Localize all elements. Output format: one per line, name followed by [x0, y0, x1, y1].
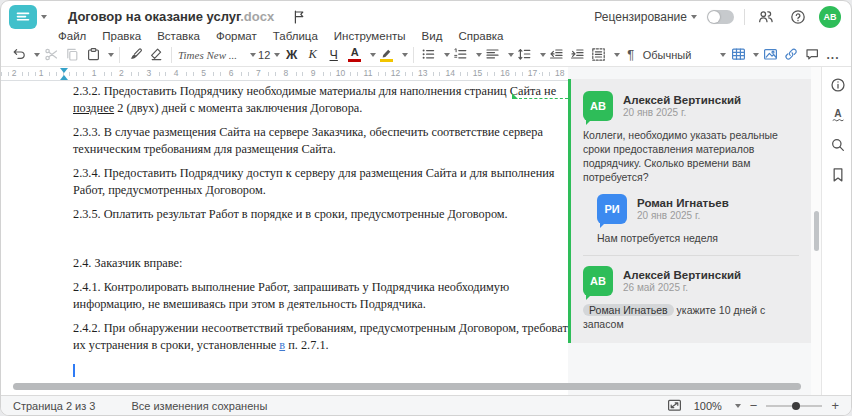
ruler-number: 1 [90, 68, 99, 79]
logo-menu-caret-icon[interactable] [41, 15, 47, 19]
spellcheck-icon[interactable]: А [828, 106, 848, 124]
more-button[interactable]: ... [823, 44, 843, 65]
paragraph[interactable]: 2.4. Заказчик вправе: [73, 255, 568, 272]
highlight-caret-icon[interactable] [402, 53, 408, 57]
font-name-select[interactable]: Times New ... [177, 44, 257, 65]
bookmark-icon[interactable] [828, 166, 848, 184]
document-content: 2.3.2. Предоставить Подрядчику необходим… [73, 83, 568, 378]
paste-caret-icon[interactable] [108, 53, 114, 57]
table-caret-icon[interactable] [753, 53, 759, 57]
paragraph[interactable]: 2.3.5. Оплатить результат Работ в порядк… [73, 206, 568, 223]
align-caret-icon[interactable] [508, 53, 514, 57]
text-cursor [73, 364, 75, 377]
font-size-select[interactable]: 12 [258, 44, 281, 65]
comment[interactable]: АВАлексей Вертинский20 янв 2025 г.Коллег… [583, 91, 799, 184]
image-button[interactable] [760, 44, 780, 65]
link-button[interactable] [781, 44, 801, 65]
comment-text: Нам потребуется неделя [597, 231, 799, 245]
zoom-out-button[interactable]: − [750, 399, 758, 412]
paragraph[interactable]: 2.3.4. Предоставить Подрядчику доступ к … [73, 165, 568, 198]
font-color-button[interactable]: А [345, 44, 365, 65]
line-spacing-caret-icon[interactable] [540, 53, 546, 57]
paragraph[interactable]: 2.4.1. Контролировать выполнение Работ, … [73, 279, 568, 312]
menu-item-Формат[interactable]: Формат [216, 30, 257, 42]
comment[interactable]: АВАлексей Вертинский26 май 2025 г.Роман … [583, 266, 799, 331]
left-indent-marker[interactable] [60, 75, 68, 80]
flag-icon[interactable] [288, 6, 310, 28]
comment-button[interactable] [802, 44, 822, 65]
copy-button[interactable] [62, 44, 82, 65]
comment-avatar: АВ [583, 266, 613, 296]
horizontal-scrollbar-thumb[interactable] [13, 383, 801, 390]
paragraph[interactable]: 2.4.2. При обнаружении несоответствий тр… [73, 320, 568, 353]
indent-button[interactable] [568, 44, 588, 65]
comment-reply[interactable]: РИРоман Игнатьев20 янв 2025 г.Нам потреб… [597, 194, 799, 245]
menu-item-Справка[interactable]: Справка [458, 30, 503, 42]
zoom-slider[interactable] [766, 400, 822, 412]
fit-width-icon[interactable] [665, 397, 685, 415]
menu-item-Вставка[interactable]: Вставка [157, 30, 200, 42]
page-indicator[interactable]: Страница 2 из 3 [13, 400, 95, 412]
paragraph-settings-button[interactable] [589, 44, 609, 65]
menu-item-Инструменты[interactable]: Инструменты [334, 30, 406, 42]
paste-button[interactable] [83, 44, 103, 65]
menu-bar: ФайлПравкаВставкаФорматТаблицаИнструмент… [58, 28, 504, 43]
numbered-list-button[interactable] [451, 44, 471, 65]
numbered-list-caret-icon[interactable] [476, 53, 482, 57]
search-icon[interactable] [828, 136, 848, 154]
bold-button[interactable]: Ж [282, 44, 302, 65]
zoom-slider-knob[interactable] [792, 402, 800, 410]
italic-button[interactable]: К [303, 44, 323, 65]
zoom-caret-icon[interactable] [735, 404, 741, 408]
ruler-number: 6 [227, 68, 236, 79]
toolbar-divider [413, 47, 414, 63]
underline-button[interactable]: Ч [324, 44, 344, 65]
show-marks-button[interactable]: ¶ [621, 44, 641, 65]
save-status: Все изменения сохранены [131, 400, 267, 412]
menu-item-Таблица[interactable]: Таблица [273, 30, 318, 42]
cut-button[interactable] [41, 44, 61, 65]
paragraph-settings-caret-icon[interactable] [614, 53, 620, 57]
vertical-scrollbar[interactable] [811, 67, 821, 395]
paragraph[interactable]: 2.3.3. В случае размещения Сайта на серв… [73, 124, 568, 157]
user-avatar[interactable]: АВ [819, 6, 841, 28]
comment-thread-card[interactable]: АВАлексей Вертинский20 янв 2025 г.Коллег… [568, 79, 811, 343]
first-line-indent-marker[interactable] [60, 68, 68, 73]
menu-item-Правка[interactable]: Правка [102, 30, 141, 42]
clear-style-button[interactable] [146, 44, 166, 65]
comment-author: Алексей Вертинский [623, 91, 741, 107]
toolbar-divider [171, 47, 172, 63]
document-page[interactable]: 2.3.2. Предоставить Подрядчику необходим… [1, 81, 568, 395]
ruler-number: 12 [389, 68, 402, 79]
collaboration-icon[interactable] [755, 6, 777, 28]
review-toggle[interactable] [707, 10, 734, 24]
bullet-list-caret-icon[interactable] [444, 53, 450, 57]
undo-caret-icon[interactable] [34, 53, 40, 57]
app-logo-button[interactable] [9, 5, 37, 29]
mention-pill[interactable]: Роман Игнатьев [583, 304, 674, 316]
help-icon[interactable] [787, 6, 809, 28]
font-color-caret-icon[interactable] [370, 53, 376, 57]
zoom-value[interactable]: 100% [694, 400, 722, 412]
ruler-number: 11 [362, 68, 375, 79]
document-title[interactable]: Договор на оказание услуг.docx [68, 9, 274, 24]
comment-date: 26 май 2025 г. [623, 282, 741, 294]
table-button[interactable] [728, 44, 748, 65]
info-icon[interactable] [828, 76, 848, 94]
paragraph[interactable] [73, 231, 568, 247]
undo-button[interactable] [9, 44, 29, 65]
highlight-button[interactable] [377, 44, 397, 65]
bullet-list-button[interactable] [419, 44, 439, 65]
paragraph[interactable]: 2.3.2. Предоставить Подрядчику необходим… [73, 83, 568, 116]
format-painter-button[interactable] [125, 44, 145, 65]
menu-item-Файл[interactable]: Файл [58, 30, 86, 42]
outdent-button[interactable] [547, 44, 567, 65]
zoom-in-button[interactable]: + [831, 399, 839, 412]
style-select[interactable]: Обычный [642, 44, 727, 65]
align-button[interactable] [483, 44, 503, 65]
horizontal-ruler[interactable]: 21123456789101112131415161718 [1, 67, 568, 81]
review-mode-select[interactable]: Рецензирование [594, 10, 697, 24]
vertical-scrollbar-thumb[interactable] [814, 211, 819, 251]
line-spacing-button[interactable] [515, 44, 535, 65]
menu-item-Вид[interactable]: Вид [422, 30, 443, 42]
